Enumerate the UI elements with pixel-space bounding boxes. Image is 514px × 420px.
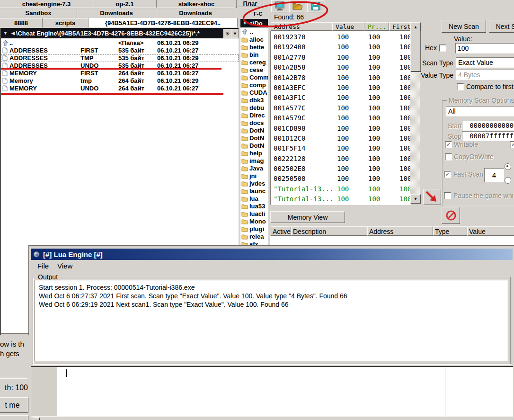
folder-item[interactable]: bette — [240, 44, 268, 51]
folder-item[interactable]: lua53 — [240, 203, 268, 210]
copyonwrite-checkbox[interactable] — [445, 153, 452, 161]
folder-item[interactable]: Java — [240, 165, 268, 172]
folder-item[interactable]: DotN — [240, 127, 268, 134]
scan-result-row[interactable]: 001CD898100100100 — [271, 124, 410, 134]
scan-value-input[interactable]: 100 — [455, 43, 514, 54]
folder-item[interactable]: imag — [240, 157, 268, 165]
scan-result-row[interactable]: "Tutorial-i3...100100100 — [271, 205, 410, 205]
memory-view-button[interactable]: Memory View — [270, 211, 345, 223]
save-table-button[interactable] — [307, 0, 324, 12]
scan-result-row[interactable]: 00250508100100100 — [271, 174, 410, 184]
folder-item[interactable]: plugi — [240, 225, 268, 233]
compare-to-first-checkbox[interactable] — [457, 83, 464, 90]
folder-item[interactable]: Comm — [240, 74, 268, 81]
stop-address-input[interactable]: 00007fffffffffff — [462, 131, 514, 141]
folder-item[interactable]: comp — [240, 81, 268, 89]
tab-folder[interactable]: stalker-shoc — [157, 0, 237, 8]
scan-result-row[interactable]: 001A2B78100100100 — [271, 73, 410, 83]
folder-item[interactable]: cese — [240, 66, 268, 74]
hit-me-button[interactable]: t me — [0, 397, 28, 413]
lua-editor[interactable] — [31, 366, 513, 417]
open-file-button[interactable] — [289, 0, 306, 12]
tab-folder[interactable]: scripts — [43, 18, 89, 27]
scan-result-row[interactable]: "Tutorial-i3...100100100 — [271, 184, 410, 194]
tree-up-item[interactable]: .. — [240, 28, 268, 36]
column-header[interactable]: Active — [271, 226, 291, 236]
column-header[interactable]: Type — [433, 226, 467, 236]
chevron-down-icon[interactable]: ▼ — [3, 31, 8, 36]
folder-item[interactable]: DotN — [240, 142, 268, 150]
column-header[interactable]: Description — [291, 226, 367, 236]
path-asterisk-button[interactable]: ✳ — [223, 29, 231, 38]
alignment-radio-2[interactable] — [505, 177, 511, 184]
scan-result-row[interactable]: 001A2B58100100100 — [271, 63, 410, 72]
tab-plag[interactable]: Плаг — [238, 0, 263, 7]
scan-result-row[interactable]: 001A3EFC100100100 — [271, 83, 410, 93]
folder-item[interactable]: jvdes — [240, 180, 268, 188]
path-dropdown-button[interactable]: ▼ — [231, 29, 239, 38]
scan-type-select[interactable]: Exact Value — [456, 57, 514, 68]
file-row[interactable]: Memorytmp264 байт06.10.21 06:29 — [1, 77, 239, 85]
folder-item[interactable]: relea — [240, 233, 268, 241]
tab-folder[interactable]: op-2.1 — [93, 0, 157, 8]
file-row[interactable]: ..<Папка>06.10.21 06:29 — [1, 39, 239, 47]
scan-region-select[interactable]: All — [446, 106, 514, 116]
scan-results-list[interactable]: 0019237010010010000192400100100100001A27… — [270, 31, 411, 205]
tab-folder[interactable]: 8888 — [0, 18, 43, 27]
file-row[interactable]: ADDRESSESTMP535 байт06.10.21 06:29 — [1, 54, 239, 62]
next-scan-button[interactable]: Next Scan — [489, 20, 514, 33]
file-row[interactable]: MEMORYFIRST264 байт06.10.21 06:27 — [1, 70, 239, 77]
scan-result-row[interactable]: 001F5F14100100100 — [271, 143, 410, 153]
scan-result-row[interactable]: 002502E8100100100 — [271, 164, 410, 174]
folder-item[interactable]: Direc — [240, 112, 268, 119]
menu-item-view[interactable]: View — [57, 262, 78, 270]
hex-checkbox[interactable] — [439, 45, 446, 52]
tab-folder[interactable]: cheat-engine-7.3 — [0, 0, 93, 8]
new-scan-button[interactable]: New Scan — [442, 20, 486, 33]
fast-scan-alignment-input[interactable]: 4 — [484, 168, 504, 182]
column-header[interactable]: Value — [467, 226, 514, 236]
tab-folder-active[interactable]: {94B5A1E3-4D7B-4276-8EBB-432EC94.. — [89, 18, 238, 27]
lua-output-log[interactable]: Start session 1. Process: 00000514-Tutor… — [35, 280, 508, 361]
column-header[interactable]: Address — [367, 226, 433, 236]
file-row[interactable]: ADDRESSESUNDO535 байт06.10.21 06:27 — [1, 62, 239, 70]
tab-folder[interactable]: Downloads — [77, 8, 156, 18]
folder-item[interactable]: alloc — [240, 36, 268, 44]
lua-title-bar[interactable]: [#] Lua Engine [#] — [31, 249, 513, 260]
cancel-scan-button[interactable] — [442, 207, 460, 224]
value-type-select[interactable]: 4 Bytes — [456, 70, 514, 80]
folder-item[interactable]: CUDA — [240, 89, 268, 97]
file-row[interactable]: MEMORYUNDO264 байт06.10.21 06:27 — [1, 85, 239, 92]
folder-item[interactable]: lua — [240, 195, 268, 203]
menu-item-file[interactable]: File — [37, 262, 56, 270]
tab-folder[interactable]: Sandbox — [0, 8, 77, 18]
folder-item[interactable]: bin — [240, 51, 268, 59]
folder-item[interactable]: dbk3 — [240, 97, 268, 104]
folder-item[interactable]: launc — [240, 188, 268, 195]
editor-scrollbar[interactable] — [31, 416, 513, 420]
scroll-up-button[interactable]: ▲ — [410, 22, 421, 32]
select-process-button[interactable] — [271, 0, 288, 12]
executable-checkbox[interactable]: ✓ — [510, 141, 514, 148]
tc-path-bar[interactable]: ▼ ◀ \Cheat Engine\{94B5A1E3-4D7B-4276-8E… — [1, 28, 239, 38]
chevron-left-icon[interactable]: ◀ — [248, 21, 252, 26]
scan-result-row[interactable]: 001A579C100100100 — [271, 113, 410, 123]
folder-item[interactable]: cereg — [240, 59, 268, 66]
column-header[interactable]: First — [389, 22, 411, 31]
column-header[interactable]: Value — [332, 22, 364, 31]
next-button-fragment[interactable] — [0, 415, 28, 420]
chevron-down-icon[interactable]: ▼ — [243, 21, 247, 26]
chevron-left-icon[interactable]: ◀ — [11, 31, 15, 36]
folder-item[interactable]: DotN — [240, 134, 268, 142]
folder-item[interactable]: debu — [240, 104, 268, 112]
alignment-radio-1[interactable] — [505, 163, 511, 170]
scan-result-row[interactable]: 00192370100100100 — [271, 32, 410, 42]
scan-result-row[interactable]: 001A3F1C100100100 — [271, 93, 410, 103]
scan-result-row[interactable]: 001D12C0100100100 — [271, 134, 410, 143]
folder-item[interactable]: luacli — [240, 210, 268, 218]
pause-game-checkbox[interactable] — [444, 192, 451, 199]
tab-folder[interactable]: Downloads — [156, 8, 235, 18]
writable-checkbox[interactable]: ✓ — [445, 141, 452, 148]
scroll-down-button[interactable]: ▼ — [410, 194, 421, 204]
scan-result-row[interactable]: 00192400100100100 — [271, 42, 410, 52]
